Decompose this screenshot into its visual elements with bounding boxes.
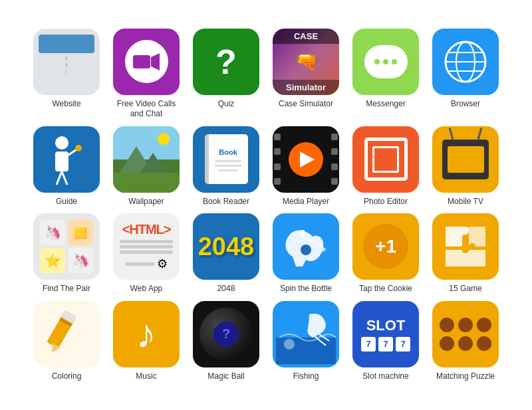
wallpaper-sun bbox=[158, 133, 170, 145]
music-note-icon: ♪ bbox=[136, 311, 156, 357]
app-item-magicball[interactable]: ? Magic Ball bbox=[190, 301, 263, 382]
app-icon-15game bbox=[432, 213, 499, 280]
magic-ball-outer: ? bbox=[200, 308, 253, 361]
slot-content: SLOT 7 7 7 bbox=[361, 317, 410, 352]
app-icon-mobiletv: ✦ bbox=[432, 126, 499, 193]
app-item-quiz[interactable]: ? Quiz bbox=[190, 29, 263, 120]
app-icon-magicball: ? bbox=[193, 301, 259, 367]
app-label-wallpaper: Wallpaper bbox=[128, 197, 164, 207]
fishing-icon bbox=[276, 304, 336, 364]
app-item-webapp[interactable]: <HTML> ⚙ Web App bbox=[110, 213, 183, 294]
pair-cell-star-1: ⭐ bbox=[40, 248, 65, 273]
app-icon-videocalls bbox=[113, 29, 180, 95]
film-hole-7 bbox=[331, 163, 338, 170]
svg-rect-8 bbox=[55, 152, 68, 171]
dots-grid bbox=[432, 310, 499, 359]
film-hole-8 bbox=[331, 178, 338, 185]
app-item-browser[interactable]: Browser bbox=[429, 29, 502, 120]
app-item-mobiletv[interactable]: ✦ Mobile TV bbox=[429, 126, 502, 207]
guide-person-icon bbox=[43, 133, 90, 186]
app-item-casesimulator[interactable]: CASE 🔫 Simulator Case Simulator bbox=[269, 29, 342, 120]
app-label-tapcookie: Tap the Cookie bbox=[359, 284, 412, 294]
tv-antenna-left bbox=[449, 128, 454, 140]
magic-ball-inner: ? bbox=[213, 322, 239, 347]
film-strip bbox=[273, 126, 339, 193]
film-hole-2 bbox=[274, 148, 281, 155]
app-grid: Website Free Video Callsand Chat ? Quiz … bbox=[17, 15, 515, 395]
film-holes-right bbox=[330, 126, 339, 193]
app-icon-matchingpuzzle bbox=[432, 301, 499, 367]
app-item-2048[interactable]: 2048 2048 bbox=[190, 213, 263, 294]
app-icon-photoeditor bbox=[352, 126, 419, 193]
html-lines bbox=[120, 240, 173, 254]
quiz-icon-text: ? bbox=[215, 42, 237, 82]
html-line-1 bbox=[120, 240, 173, 243]
film-hole-4 bbox=[274, 178, 281, 185]
app-icon-casesimulator: CASE 🔫 Simulator bbox=[273, 29, 339, 95]
webapp-gear-icon: ⚙ bbox=[157, 256, 168, 271]
app-icon-findpair: 🦄 🟨 ⭐ 🦄 bbox=[33, 213, 100, 280]
film-hole-6 bbox=[331, 148, 338, 155]
app-item-tapcookie[interactable]: +1 Tap the Cookie bbox=[349, 213, 422, 294]
app-icon-wallpaper bbox=[113, 126, 180, 193]
photo-frame bbox=[364, 138, 408, 181]
app-item-wallpaper[interactable]: Wallpaper bbox=[110, 126, 183, 207]
svg-point-20 bbox=[284, 339, 295, 350]
photo-inner bbox=[372, 146, 399, 173]
app-item-15game[interactable]: 15 Game bbox=[429, 213, 502, 294]
bottle-spin-icon bbox=[276, 217, 336, 276]
app-item-messenger[interactable]: Messenger bbox=[349, 29, 422, 120]
app-icon-2048: 2048 bbox=[193, 213, 259, 280]
app-item-coloring[interactable]: Coloring bbox=[30, 301, 103, 382]
dot-4 bbox=[440, 336, 454, 351]
slot-box-7-3: 7 bbox=[396, 337, 410, 352]
app-label-casesimulator: Case Simulator bbox=[279, 99, 333, 110]
app-icon-website bbox=[33, 29, 100, 95]
app-label-fishing: Fishing bbox=[293, 371, 319, 382]
app-item-fishing[interactable]: Fishing bbox=[269, 301, 342, 382]
slot-box-7-2: 7 bbox=[378, 337, 393, 352]
puzzle-icon bbox=[439, 220, 492, 273]
app-item-videocalls[interactable]: Free Video Callsand Chat bbox=[110, 29, 183, 120]
app-icon-quiz: ? bbox=[193, 29, 259, 95]
book-line-1 bbox=[215, 160, 241, 162]
app-item-music[interactable]: ♪ Music bbox=[110, 301, 183, 382]
wallpaper-scene bbox=[113, 126, 180, 193]
film-hole-5 bbox=[331, 134, 338, 140]
app-label-quiz: Quiz bbox=[218, 99, 235, 110]
svg-rect-0 bbox=[133, 55, 150, 68]
pair-cell-color-1: 🟨 bbox=[68, 220, 93, 245]
app-label-bookreader: Book Reader bbox=[203, 197, 249, 207]
app-item-guide[interactable]: Guide bbox=[30, 126, 103, 207]
app-icon-spinthebottle bbox=[273, 213, 339, 280]
app-item-findpair[interactable]: 🦄 🟨 ⭐ 🦄 Find The Pair bbox=[30, 213, 103, 294]
html-line-3 bbox=[120, 251, 173, 254]
app-label-2048: 2048 bbox=[217, 284, 235, 294]
app-item-matchingpuzzle[interactable]: Matching Puzzle bbox=[429, 301, 502, 382]
app-label-guide: Guide bbox=[56, 197, 77, 207]
svg-line-12 bbox=[62, 171, 67, 185]
magic-ball-symbol: ? bbox=[222, 326, 230, 342]
html-line-2 bbox=[120, 245, 173, 249]
case-top-text: CASE bbox=[273, 29, 339, 44]
app-icon-bookreader: Book bbox=[193, 126, 259, 193]
app-item-bookreader[interactable]: Book Book Reader bbox=[190, 126, 263, 207]
app-item-website[interactable]: Website bbox=[30, 29, 103, 120]
app-label-15game: 15 Game bbox=[449, 284, 481, 294]
app-icon-webapp: <HTML> ⚙ bbox=[113, 213, 180, 280]
app-item-photoeditor[interactable]: Photo Editor bbox=[349, 126, 422, 207]
app-label-coloring: Coloring bbox=[52, 371, 82, 382]
case-bottom-text: Simulator bbox=[273, 80, 339, 95]
msg-dot-3 bbox=[392, 59, 397, 64]
app-item-slotmachine[interactable]: SLOT 7 7 7 Slot machine bbox=[349, 301, 422, 382]
app-icon-coloring bbox=[33, 301, 100, 367]
book-line-3 bbox=[218, 169, 238, 171]
app-item-mediaplayer[interactable]: Media Player bbox=[269, 126, 342, 207]
slot-box-7-1: 7 bbox=[361, 337, 376, 352]
app-label-browser: Browser bbox=[451, 99, 480, 110]
globe-icon bbox=[442, 38, 489, 86]
app-icon-tapcookie: +1 bbox=[352, 213, 419, 280]
dot-5 bbox=[458, 336, 473, 351]
slot-title: SLOT bbox=[366, 317, 406, 334]
app-item-spinthebottle[interactable]: Spin the Bottle bbox=[269, 213, 342, 294]
